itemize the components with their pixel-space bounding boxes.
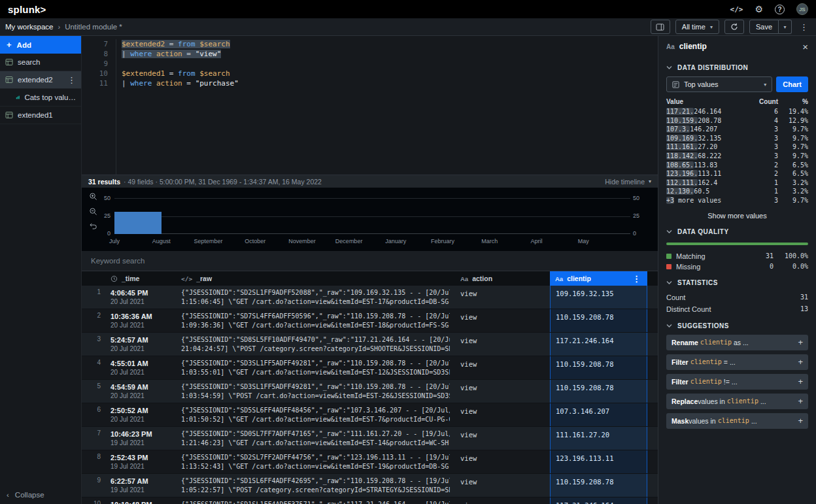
save-options-button[interactable]: ▾ [779, 20, 792, 34]
code-line[interactable]: $extended2 = from $search [122, 39, 658, 49]
time-cell[interactable]: 4:06:45 PM20 Jul 2021 [105, 286, 176, 309]
action-cell[interactable]: view [455, 356, 550, 379]
distribution-row[interactable]: 12.130.60.513.2% [666, 187, 808, 196]
section-statistics[interactable]: STATISTICS [658, 272, 816, 292]
time-cell[interactable]: 5:24:57 AM20 Jul 2021 [105, 333, 176, 356]
top-values-dropdown[interactable]: Top values ▾ [666, 76, 772, 92]
clientip-cell[interactable]: 110.159.208.78 [550, 474, 647, 497]
plus-icon[interactable]: + [798, 396, 803, 406]
column-kebab[interactable]: ⋮ [630, 274, 643, 284]
reset-zoom-button[interactable] [89, 222, 97, 229]
clientip-cell[interactable]: 111.161.27.20 [550, 427, 647, 450]
sidebar-item-search[interactable]: search [0, 54, 81, 71]
hide-timeline-toggle[interactable]: Hide timeline ▾ [605, 178, 651, 186]
action-cell[interactable]: view [455, 450, 550, 473]
column-header-action[interactable]: Aa action [455, 271, 550, 286]
clientip-cell[interactable]: 123.196.113.11 [550, 450, 647, 473]
clientip-cell[interactable]: 109.169.32.135 [550, 286, 647, 309]
clientip-cell[interactable]: 107.3.146.207 [550, 403, 647, 426]
help-icon[interactable]: ? [775, 5, 785, 14]
time-cell[interactable]: 10:10:48 PM19 Jul 2021 [105, 497, 176, 504]
code-line[interactable] [122, 59, 658, 69]
action-cell[interactable]: view [455, 309, 550, 332]
table-row[interactable]: 710:46:23 PM19 Jul 2021{"JSESSIONID":"SD… [82, 427, 658, 450]
suggestion-item[interactable]: Filter clientip = ...+ [666, 354, 808, 370]
distribution-row[interactable]: +3 more values39.7% [666, 196, 808, 205]
distribution-row[interactable]: 123.196.113.1126.5% [666, 169, 808, 178]
code-line[interactable]: $extended1 = from $search [122, 69, 658, 78]
code-line[interactable]: | where action = "view" [122, 49, 658, 59]
table-row[interactable]: 62:50:52 AM20 Jul 2021{"JSESSIONID":"SD5… [82, 403, 658, 427]
table-row[interactable]: 44:55:01 AM20 Jul 2021{"JSESSIONID":"SD3… [82, 356, 658, 380]
distribution-row[interactable]: 111.161.27.2039.7% [666, 143, 808, 152]
time-cell[interactable]: 4:54:59 AM20 Jul 2021 [105, 380, 176, 403]
refresh-button[interactable] [724, 20, 744, 34]
time-cell[interactable]: 6:22:57 AM19 Jul 2021 [105, 474, 176, 497]
section-data-quality[interactable]: DATA QUALITY [658, 221, 816, 241]
action-cell[interactable]: view [455, 403, 550, 426]
more-actions-kebab[interactable]: ⋮ [797, 22, 811, 32]
distribution-row[interactable]: 107.3.146.20739.7% [666, 125, 808, 134]
settings-gear-icon[interactable]: ⚙ [755, 4, 763, 14]
spl-code-editor[interactable]: 7891011 $extended2 = from $search| where… [82, 36, 658, 175]
time-cell[interactable]: 2:50:52 AM20 Jul 2021 [105, 403, 176, 426]
sidebar-item-extended2[interactable]: extended2 ⋮ [0, 71, 81, 89]
clientip-cell[interactable]: 110.159.208.78 [550, 380, 647, 403]
action-cell[interactable]: view [455, 333, 550, 356]
action-cell[interactable]: view [455, 474, 550, 497]
plus-icon[interactable]: + [798, 416, 803, 426]
time-cell[interactable]: 10:36:36 AM20 Jul 2021 [105, 309, 176, 332]
raw-cell[interactable]: {"JSESSIONID":"SD1SL1FF4ADFF37571","_raw… [176, 497, 455, 504]
section-suggestions[interactable]: SUGGESTIONS [658, 315, 816, 335]
raw-cell[interactable]: {"JSESSIONID":"SD2SL7FF2ADFF44756","_raw… [176, 450, 455, 473]
action-cell[interactable]: view [455, 286, 550, 309]
suggestion-item[interactable]: Replace values in clientip ...+ [666, 394, 808, 409]
plus-icon[interactable]: + [798, 337, 803, 347]
time-cell[interactable]: 2:52:43 PM19 Jul 2021 [105, 450, 176, 473]
sidebar-item-cats-top-values[interactable]: Cats top valu… [0, 89, 81, 107]
show-more-values-link[interactable]: Show more values [658, 205, 816, 221]
column-header-raw[interactable]: </> _raw [176, 271, 455, 286]
raw-cell[interactable]: {"JSESSIONID":"SD1SL6FF4ADFF42695","_raw… [176, 474, 455, 497]
distribution-row[interactable]: 118.142.68.22239.7% [666, 152, 808, 161]
raw-cell[interactable]: {"JSESSIONID":"SD3SL1FF5ADFF49281","_raw… [176, 356, 455, 379]
raw-cell[interactable]: {"JSESSIONID":"SD3SL1FF5ADFF49281","_raw… [176, 380, 455, 403]
time-cell[interactable]: 4:55:01 AM20 Jul 2021 [105, 356, 176, 379]
close-icon[interactable]: × [802, 42, 808, 52]
code-view-icon[interactable]: </> [730, 5, 743, 14]
clientip-cell[interactable]: 117.21.246.164 [550, 333, 647, 356]
timeline-bar-july[interactable] [114, 212, 162, 234]
breadcrumb-workspace[interactable]: My workspace [5, 23, 54, 31]
table-row[interactable]: 82:52:43 PM19 Jul 2021{"JSESSIONID":"SD2… [82, 450, 658, 474]
action-cell[interactable]: view [455, 427, 550, 450]
plus-icon[interactable]: + [798, 357, 803, 367]
clientip-cell[interactable]: 117.21.246.164 [550, 497, 647, 504]
distribution-row[interactable]: 108.65.113.8326.5% [666, 161, 808, 170]
clientip-cell[interactable]: 110.159.208.78 [550, 309, 647, 332]
table-row[interactable]: 96:22:57 AM19 Jul 2021{"JSESSIONID":"SD1… [82, 474, 658, 497]
sidebar-item-extended1[interactable]: extended1 [0, 107, 81, 124]
raw-cell[interactable]: {"JSESSIONID":"SD8SL5FF10ADFF49470","_ra… [176, 333, 455, 356]
raw-cell[interactable]: {"JSESSIONID":"SD7SL4FF6ADFF50596","_raw… [176, 309, 455, 332]
editor-code[interactable]: $extended2 = from $search| where action … [116, 39, 658, 175]
keyword-search-input[interactable]: Keyword search [82, 251, 658, 271]
time-cell[interactable]: 10:46:23 PM19 Jul 2021 [105, 427, 176, 450]
action-cell[interactable]: view [455, 380, 550, 403]
save-button[interactable]: Save [749, 20, 779, 34]
column-header-time[interactable]: _time [105, 271, 176, 286]
suggestion-item[interactable]: Mask values in clientip ...+ [666, 413, 808, 429]
table-row[interactable]: 54:54:59 AM20 Jul 2021{"JSESSIONID":"SD3… [82, 380, 658, 403]
table-row[interactable]: 210:36:36 AM20 Jul 2021{"JSESSIONID":"SD… [82, 309, 658, 333]
code-line[interactable]: | where action = "purchase" [122, 78, 658, 88]
item-kebab[interactable]: ⋮ [67, 75, 76, 85]
distribution-row[interactable]: 109.169.32.13539.7% [666, 134, 808, 143]
distribution-row[interactable]: 117.21.246.164619.4% [666, 107, 808, 116]
toggle-panel-button[interactable] [651, 20, 670, 34]
action-cell[interactable]: view [455, 497, 550, 504]
suggestion-item[interactable]: Filter clientip != ...+ [666, 374, 808, 390]
raw-cell[interactable]: {"JSESSIONID":"SD2SL1FF9ADFF52088","_raw… [176, 286, 455, 309]
raw-cell[interactable]: {"JSESSIONID":"SD0SL7FF7ADFF47165","_raw… [176, 427, 455, 450]
column-header-clientip[interactable]: Aa clientip ⋮ [550, 271, 647, 286]
section-data-distribution[interactable]: DATA DISTRIBUTION [658, 57, 816, 76]
table-row[interactable]: 35:24:57 AM20 Jul 2021{"JSESSIONID":"SD8… [82, 333, 658, 356]
